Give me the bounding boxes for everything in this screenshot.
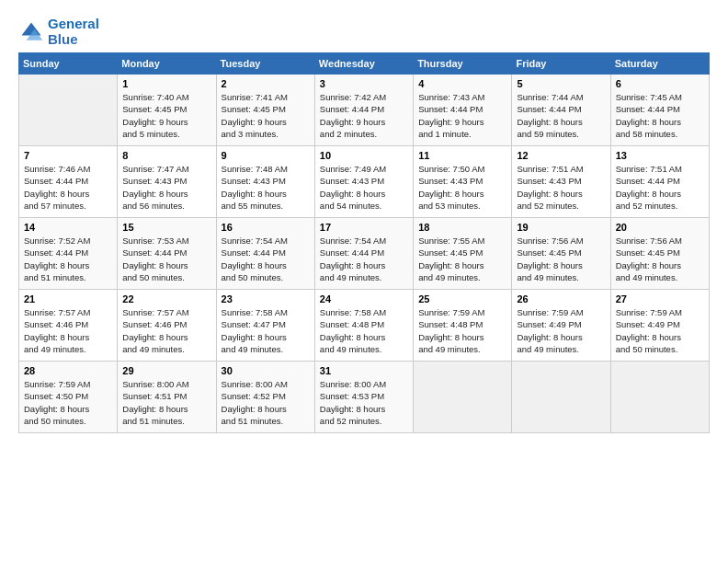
- day-info: Sunrise: 8:00 AM Sunset: 4:51 PM Dayligh…: [122, 378, 210, 427]
- calendar-cell: 26Sunrise: 7:59 AM Sunset: 4:49 PM Dayli…: [512, 290, 610, 362]
- calendar-cell: 28Sunrise: 7:59 AM Sunset: 4:50 PM Dayli…: [19, 362, 118, 433]
- day-info: Sunrise: 7:45 AM Sunset: 4:44 PM Dayligh…: [616, 91, 704, 140]
- calendar-cell: 4Sunrise: 7:43 AM Sunset: 4:44 PM Daylig…: [414, 75, 512, 146]
- day-number: 17: [320, 222, 408, 233]
- calendar-week-3: 14Sunrise: 7:52 AM Sunset: 4:44 PM Dayli…: [19, 218, 710, 290]
- day-number: 14: [24, 222, 112, 233]
- day-number: 4: [418, 78, 506, 89]
- day-number: 11: [418, 150, 506, 161]
- calendar-cell: 17Sunrise: 7:54 AM Sunset: 4:44 PM Dayli…: [314, 218, 413, 290]
- day-info: Sunrise: 7:47 AM Sunset: 4:43 PM Dayligh…: [122, 163, 210, 212]
- calendar-cell: 6Sunrise: 7:45 AM Sunset: 4:44 PM Daylig…: [610, 75, 709, 146]
- day-number: 31: [320, 365, 408, 376]
- header-cell-sunday: Sunday: [19, 53, 118, 75]
- calendar-cell: [414, 362, 512, 433]
- day-info: Sunrise: 7:51 AM Sunset: 4:43 PM Dayligh…: [517, 163, 605, 212]
- day-info: Sunrise: 7:56 AM Sunset: 4:45 PM Dayligh…: [616, 235, 704, 283]
- day-info: Sunrise: 7:48 AM Sunset: 4:43 PM Dayligh…: [222, 163, 310, 212]
- day-number: 20: [616, 222, 704, 233]
- day-number: 30: [222, 365, 310, 376]
- day-number: 28: [24, 365, 112, 376]
- calendar-cell: [19, 75, 118, 146]
- day-info: Sunrise: 7:56 AM Sunset: 4:45 PM Dayligh…: [517, 235, 605, 283]
- calendar-cell: 12Sunrise: 7:51 AM Sunset: 4:43 PM Dayli…: [512, 146, 610, 218]
- calendar-cell: 10Sunrise: 7:49 AM Sunset: 4:43 PM Dayli…: [314, 146, 413, 218]
- calendar-cell: 16Sunrise: 7:54 AM Sunset: 4:44 PM Dayli…: [216, 218, 314, 290]
- calendar-week-1: 1Sunrise: 7:40 AM Sunset: 4:45 PM Daylig…: [19, 75, 710, 146]
- day-info: Sunrise: 7:53 AM Sunset: 4:44 PM Dayligh…: [122, 235, 210, 283]
- calendar-cell: 8Sunrise: 7:47 AM Sunset: 4:43 PM Daylig…: [118, 146, 216, 218]
- day-info: Sunrise: 7:50 AM Sunset: 4:43 PM Dayligh…: [418, 163, 506, 212]
- calendar-cell: 22Sunrise: 7:57 AM Sunset: 4:46 PM Dayli…: [118, 290, 216, 362]
- day-info: Sunrise: 7:46 AM Sunset: 4:44 PM Dayligh…: [24, 163, 112, 212]
- day-info: Sunrise: 8:00 AM Sunset: 4:53 PM Dayligh…: [320, 378, 408, 427]
- day-info: Sunrise: 7:42 AM Sunset: 4:44 PM Dayligh…: [320, 91, 408, 140]
- day-number: 24: [320, 293, 408, 304]
- day-number: 10: [320, 150, 408, 161]
- calendar-cell: 13Sunrise: 7:51 AM Sunset: 4:44 PM Dayli…: [610, 146, 709, 218]
- calendar-cell: 23Sunrise: 7:58 AM Sunset: 4:47 PM Dayli…: [216, 290, 314, 362]
- page-container: General Blue SundayMondayTuesdayWednesda…: [0, 0, 728, 442]
- day-info: Sunrise: 7:44 AM Sunset: 4:44 PM Dayligh…: [517, 91, 605, 140]
- day-number: 18: [418, 222, 506, 233]
- day-info: Sunrise: 7:41 AM Sunset: 4:45 PM Dayligh…: [222, 91, 310, 140]
- day-info: Sunrise: 7:59 AM Sunset: 4:50 PM Dayligh…: [24, 378, 112, 427]
- day-info: Sunrise: 7:55 AM Sunset: 4:45 PM Dayligh…: [418, 235, 506, 283]
- header-cell-tuesday: Tuesday: [216, 53, 314, 75]
- logo-text: General Blue: [48, 17, 99, 47]
- day-info: Sunrise: 7:57 AM Sunset: 4:46 PM Dayligh…: [122, 306, 210, 355]
- calendar-cell: 24Sunrise: 7:58 AM Sunset: 4:48 PM Dayli…: [314, 290, 413, 362]
- calendar-cell: 25Sunrise: 7:59 AM Sunset: 4:48 PM Dayli…: [414, 290, 512, 362]
- day-number: 16: [222, 222, 310, 233]
- header-cell-friday: Friday: [512, 53, 610, 75]
- day-info: Sunrise: 8:00 AM Sunset: 4:52 PM Dayligh…: [222, 378, 310, 427]
- day-number: 26: [517, 293, 605, 304]
- day-number: 15: [122, 222, 210, 233]
- header: General Blue: [18, 17, 710, 47]
- day-number: 19: [517, 222, 605, 233]
- day-number: 25: [418, 293, 506, 304]
- day-info: Sunrise: 7:51 AM Sunset: 4:44 PM Dayligh…: [616, 163, 704, 212]
- header-cell-saturday: Saturday: [610, 53, 709, 75]
- calendar-cell: 31Sunrise: 8:00 AM Sunset: 4:53 PM Dayli…: [314, 362, 413, 433]
- day-info: Sunrise: 7:52 AM Sunset: 4:44 PM Dayligh…: [24, 235, 112, 283]
- day-info: Sunrise: 7:54 AM Sunset: 4:44 PM Dayligh…: [222, 235, 310, 283]
- calendar-cell: 9Sunrise: 7:48 AM Sunset: 4:43 PM Daylig…: [216, 146, 314, 218]
- calendar-cell: 27Sunrise: 7:59 AM Sunset: 4:49 PM Dayli…: [610, 290, 709, 362]
- calendar-cell: [512, 362, 610, 433]
- calendar-cell: 19Sunrise: 7:56 AM Sunset: 4:45 PM Dayli…: [512, 218, 610, 290]
- day-info: Sunrise: 7:57 AM Sunset: 4:46 PM Dayligh…: [24, 306, 112, 355]
- day-number: 29: [122, 365, 210, 376]
- header-cell-monday: Monday: [118, 53, 216, 75]
- calendar-cell: 18Sunrise: 7:55 AM Sunset: 4:45 PM Dayli…: [414, 218, 512, 290]
- day-number: 3: [320, 78, 408, 89]
- day-info: Sunrise: 7:59 AM Sunset: 4:49 PM Dayligh…: [517, 306, 605, 355]
- calendar-cell: 3Sunrise: 7:42 AM Sunset: 4:44 PM Daylig…: [314, 75, 413, 146]
- day-info: Sunrise: 7:43 AM Sunset: 4:44 PM Dayligh…: [418, 91, 506, 140]
- calendar-cell: 29Sunrise: 8:00 AM Sunset: 4:51 PM Dayli…: [118, 362, 216, 433]
- calendar-cell: [610, 362, 709, 433]
- day-info: Sunrise: 7:40 AM Sunset: 4:45 PM Dayligh…: [122, 91, 210, 140]
- day-number: 8: [122, 150, 210, 161]
- logo-icon: [18, 19, 44, 45]
- day-number: 27: [616, 293, 704, 304]
- day-number: 6: [616, 78, 704, 89]
- header-row: SundayMondayTuesdayWednesdayThursdayFrid…: [19, 53, 710, 75]
- calendar-cell: 15Sunrise: 7:53 AM Sunset: 4:44 PM Dayli…: [118, 218, 216, 290]
- day-info: Sunrise: 7:59 AM Sunset: 4:48 PM Dayligh…: [418, 306, 506, 355]
- day-number: 12: [517, 150, 605, 161]
- calendar-cell: 1Sunrise: 7:40 AM Sunset: 4:45 PM Daylig…: [118, 75, 216, 146]
- header-cell-thursday: Thursday: [414, 53, 512, 75]
- day-info: Sunrise: 7:49 AM Sunset: 4:43 PM Dayligh…: [320, 163, 408, 212]
- calendar-cell: 21Sunrise: 7:57 AM Sunset: 4:46 PM Dayli…: [19, 290, 118, 362]
- day-info: Sunrise: 7:58 AM Sunset: 4:48 PM Dayligh…: [320, 306, 408, 355]
- day-info: Sunrise: 7:54 AM Sunset: 4:44 PM Dayligh…: [320, 235, 408, 283]
- day-number: 1: [122, 78, 210, 89]
- calendar-table: SundayMondayTuesdayWednesdayThursdayFrid…: [18, 52, 710, 433]
- calendar-cell: 14Sunrise: 7:52 AM Sunset: 4:44 PM Dayli…: [19, 218, 118, 290]
- day-number: 2: [222, 78, 310, 89]
- day-number: 23: [222, 293, 310, 304]
- calendar-cell: 7Sunrise: 7:46 AM Sunset: 4:44 PM Daylig…: [19, 146, 118, 218]
- day-number: 7: [24, 150, 112, 161]
- day-number: 9: [222, 150, 310, 161]
